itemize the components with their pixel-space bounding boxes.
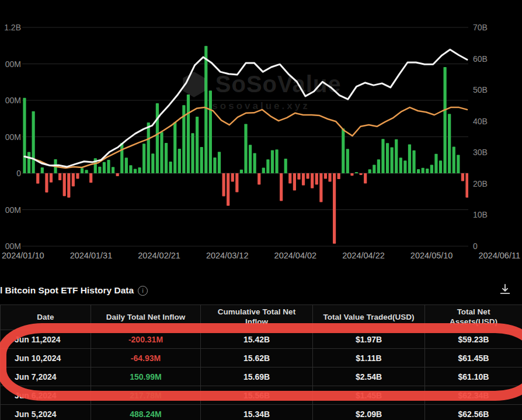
daily-inflow-bar[interactable] bbox=[319, 173, 322, 202]
daily-inflow-bar[interactable] bbox=[315, 173, 318, 185]
daily-inflow-bar[interactable] bbox=[342, 128, 344, 173]
daily-inflow-bar[interactable] bbox=[271, 150, 274, 173]
chart-svg[interactable] bbox=[22, 23, 468, 252]
daily-inflow-bar[interactable] bbox=[412, 150, 415, 173]
daily-inflow-bar[interactable] bbox=[324, 173, 327, 179]
daily-inflow-bar[interactable] bbox=[417, 169, 420, 173]
daily-inflow-bar[interactable] bbox=[222, 173, 225, 197]
daily-inflow-bar[interactable] bbox=[45, 173, 48, 192]
daily-inflow-bar[interactable] bbox=[23, 98, 26, 173]
daily-inflow-bar[interactable] bbox=[134, 169, 137, 174]
download-button[interactable] bbox=[496, 281, 514, 298]
daily-inflow-bar[interactable] bbox=[333, 173, 336, 244]
daily-inflow-bar[interactable] bbox=[173, 123, 176, 174]
daily-inflow-bar[interactable] bbox=[151, 153, 154, 173]
daily-inflow-bar[interactable] bbox=[381, 139, 384, 173]
daily-inflow-bar[interactable] bbox=[156, 103, 159, 173]
daily-inflow-bar[interactable] bbox=[373, 164, 375, 173]
daily-inflow-bar[interactable] bbox=[36, 173, 39, 184]
daily-inflow-bar[interactable] bbox=[85, 170, 88, 173]
table-row[interactable]: Jun 6,2024217.78M15.56B$1.45B$62.34B bbox=[1, 386, 522, 405]
daily-inflow-bar[interactable] bbox=[368, 169, 371, 173]
daily-inflow-bar[interactable] bbox=[235, 173, 238, 192]
daily-inflow-bar[interactable] bbox=[120, 143, 123, 173]
table-row[interactable]: Jun 11,2024-200.31M15.42B$1.97B$59.23B bbox=[1, 330, 522, 349]
daily-inflow-bar[interactable] bbox=[249, 145, 252, 173]
daily-inflow-bar[interactable] bbox=[98, 167, 101, 173]
daily-inflow-bar[interactable] bbox=[204, 46, 207, 173]
daily-inflow-bar[interactable] bbox=[41, 167, 44, 173]
daily-inflow-bar[interactable] bbox=[103, 162, 106, 173]
daily-inflow-bar[interactable] bbox=[453, 147, 455, 173]
daily-inflow-bar[interactable] bbox=[32, 111, 35, 173]
daily-inflow-bar[interactable] bbox=[430, 164, 433, 173]
daily-inflow-bar[interactable] bbox=[253, 153, 256, 173]
daily-inflow-bar[interactable] bbox=[307, 173, 309, 179]
daily-inflow-bar[interactable] bbox=[58, 173, 61, 180]
daily-inflow-bar[interactable] bbox=[266, 159, 269, 173]
daily-inflow-bar[interactable] bbox=[27, 152, 30, 173]
daily-inflow-bar[interactable] bbox=[350, 173, 353, 176]
daily-inflow-bar[interactable] bbox=[187, 94, 190, 173]
daily-inflow-bar[interactable] bbox=[165, 143, 168, 173]
daily-inflow-bar[interactable] bbox=[403, 160, 406, 173]
daily-inflow-bar[interactable] bbox=[275, 149, 278, 173]
daily-inflow-bar[interactable] bbox=[160, 132, 163, 173]
daily-inflow-bar[interactable] bbox=[107, 160, 110, 173]
daily-inflow-bar[interactable] bbox=[244, 124, 247, 173]
daily-inflow-bar[interactable] bbox=[311, 173, 314, 188]
table-row[interactable]: Jun 5,2024488.24M15.34B$2.09B$62.56B bbox=[1, 405, 522, 420]
daily-inflow-bar[interactable] bbox=[359, 173, 362, 175]
daily-inflow-bar[interactable] bbox=[465, 173, 468, 198]
daily-inflow-bar[interactable] bbox=[293, 173, 296, 191]
daily-inflow-bar[interactable] bbox=[200, 147, 203, 173]
daily-inflow-bar[interactable] bbox=[297, 173, 300, 180]
daily-inflow-bar[interactable] bbox=[81, 168, 83, 173]
daily-inflow-bar[interactable] bbox=[355, 172, 358, 173]
daily-inflow-bar[interactable] bbox=[72, 173, 75, 187]
daily-inflow-bar[interactable] bbox=[364, 173, 367, 184]
daily-inflow-bar[interactable] bbox=[116, 173, 119, 176]
daily-inflow-bar[interactable] bbox=[337, 173, 340, 179]
daily-inflow-bar[interactable] bbox=[169, 162, 172, 173]
daily-inflow-bar[interactable] bbox=[448, 114, 451, 173]
daily-inflow-bar[interactable] bbox=[112, 167, 114, 173]
daily-inflow-bar[interactable] bbox=[89, 173, 92, 183]
daily-inflow-bar[interactable] bbox=[67, 173, 70, 198]
daily-inflow-bar[interactable] bbox=[399, 158, 402, 173]
info-icon[interactable]: i bbox=[138, 286, 148, 296]
daily-inflow-bar[interactable] bbox=[50, 173, 53, 183]
daily-inflow-bar[interactable] bbox=[395, 139, 398, 173]
daily-inflow-bar[interactable] bbox=[391, 147, 394, 173]
daily-inflow-bar[interactable] bbox=[444, 67, 447, 173]
daily-inflow-bar[interactable] bbox=[426, 169, 429, 173]
daily-inflow-bar[interactable] bbox=[386, 143, 389, 173]
daily-inflow-bar[interactable] bbox=[76, 173, 79, 178]
daily-inflow-bar[interactable] bbox=[138, 167, 141, 173]
daily-inflow-bar[interactable] bbox=[439, 160, 442, 173]
daily-inflow-bar[interactable] bbox=[196, 117, 199, 173]
daily-inflow-bar[interactable] bbox=[302, 173, 305, 186]
daily-inflow-bar[interactable] bbox=[231, 173, 234, 182]
daily-inflow-bar[interactable] bbox=[377, 159, 380, 173]
daily-inflow-bar[interactable] bbox=[240, 170, 243, 173]
daily-inflow-bar[interactable] bbox=[434, 154, 437, 173]
table-row[interactable]: Jun 7,2024150.99M15.69B$2.54B$61.10B bbox=[1, 368, 522, 386]
daily-inflow-bar[interactable] bbox=[191, 133, 194, 173]
daily-inflow-bar[interactable] bbox=[63, 173, 66, 196]
daily-inflow-bar[interactable] bbox=[142, 144, 145, 173]
daily-inflow-bar[interactable] bbox=[457, 155, 460, 173]
daily-inflow-bar[interactable] bbox=[346, 149, 349, 173]
daily-inflow-bar[interactable] bbox=[213, 158, 216, 173]
daily-inflow-bar[interactable] bbox=[280, 173, 283, 201]
daily-inflow-bar[interactable] bbox=[227, 173, 229, 206]
daily-inflow-bar[interactable] bbox=[209, 90, 212, 173]
daily-inflow-bar[interactable] bbox=[125, 158, 128, 173]
daily-inflow-bar[interactable] bbox=[288, 173, 291, 184]
daily-inflow-bar[interactable] bbox=[284, 159, 287, 173]
daily-inflow-bar[interactable] bbox=[461, 173, 464, 181]
daily-inflow-bar[interactable] bbox=[262, 167, 265, 173]
daily-inflow-bar[interactable] bbox=[328, 173, 331, 182]
daily-inflow-bar[interactable] bbox=[147, 123, 150, 173]
daily-inflow-bar[interactable] bbox=[178, 149, 181, 173]
